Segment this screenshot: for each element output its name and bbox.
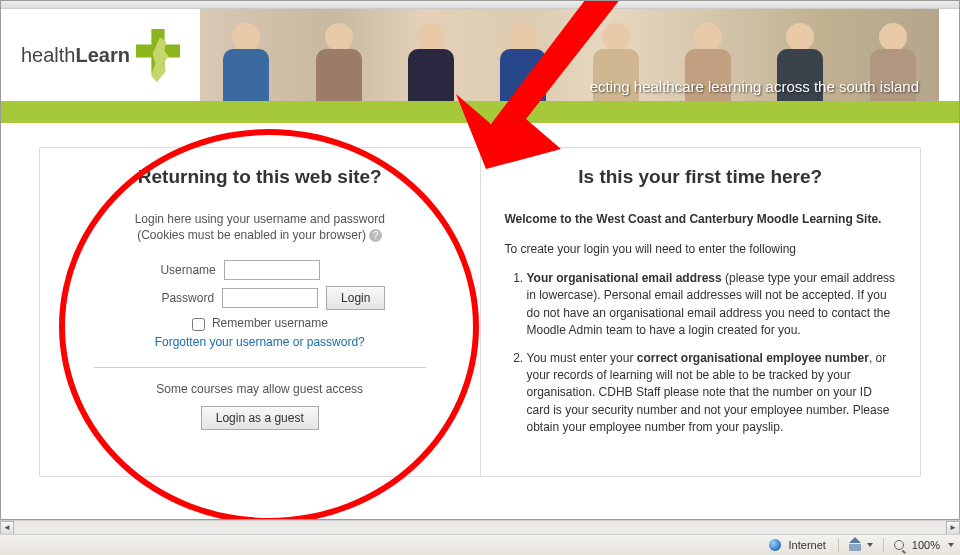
zone-label: Internet (787, 539, 828, 551)
horizontal-scrollbar[interactable]: ◄ ► (0, 520, 960, 534)
site-header: healthLearn ecting healthcare learning a… (1, 9, 959, 101)
status-line: Internet 100% (0, 534, 960, 555)
chevron-down-icon[interactable] (867, 543, 873, 547)
browser-status-bar: ◄ ► Internet 100% (0, 520, 960, 555)
chevron-down-icon[interactable] (948, 543, 954, 547)
username-label: Username (136, 263, 216, 277)
password-row: Password Login (64, 286, 456, 310)
zoom-level: 100% (910, 539, 942, 551)
username-row: Username (64, 260, 456, 280)
username-input[interactable] (224, 260, 320, 280)
intro-line: To create your login you will need to en… (505, 242, 897, 256)
scroll-track[interactable] (14, 521, 946, 535)
logo-icon (136, 25, 180, 85)
forgot-link[interactable]: Forgotten your username or password? (155, 335, 365, 349)
remember-checkbox[interactable] (192, 318, 205, 331)
page-viewport: healthLearn ecting healthcare learning a… (0, 0, 960, 520)
main-content: Returning to this web site? Login here u… (1, 123, 959, 477)
guest-login-button[interactable]: Login as a guest (201, 406, 319, 430)
login-button[interactable]: Login (326, 286, 385, 310)
hero-banner: ecting healthcare learning across the so… (200, 9, 939, 101)
login-heading: Returning to this web site? (64, 166, 456, 188)
scroll-left-button[interactable]: ◄ (0, 521, 14, 535)
remember-label: Remember username (212, 316, 328, 330)
password-label: Password (134, 291, 214, 305)
logo-text: healthLearn (21, 44, 130, 67)
password-input[interactable] (222, 288, 318, 308)
firsttime-card: Is this your first time here? Welcome to… (480, 147, 922, 477)
login-desc: Login here using your username and passw… (64, 212, 456, 226)
divider (94, 367, 426, 368)
list-item: Your organisational email address (pleas… (527, 270, 897, 340)
protected-mode-icon[interactable] (849, 539, 861, 551)
welcome-text: Welcome to the West Coast and Canterbury… (505, 212, 897, 226)
tagline: ecting healthcare learning across the so… (590, 78, 919, 95)
login-card: Returning to this web site? Login here u… (39, 147, 480, 477)
zoom-icon[interactable] (894, 540, 904, 550)
help-icon[interactable]: ? (369, 229, 382, 242)
scroll-right-button[interactable]: ► (946, 521, 960, 535)
logo[interactable]: healthLearn (21, 25, 180, 85)
firsttime-heading: Is this your first time here? (505, 166, 897, 188)
internet-zone-icon (769, 539, 781, 551)
list-item: You must enter your correct organisation… (527, 350, 897, 437)
accent-strip (1, 101, 959, 123)
login-cookie-note: (Cookies must be enabled in your browser… (64, 228, 456, 242)
top-chrome-strip (1, 1, 959, 9)
requirements-list: Your organisational email address (pleas… (505, 270, 897, 437)
remember-row: Remember username (64, 316, 456, 330)
guest-note: Some courses may allow guest access (64, 382, 456, 396)
